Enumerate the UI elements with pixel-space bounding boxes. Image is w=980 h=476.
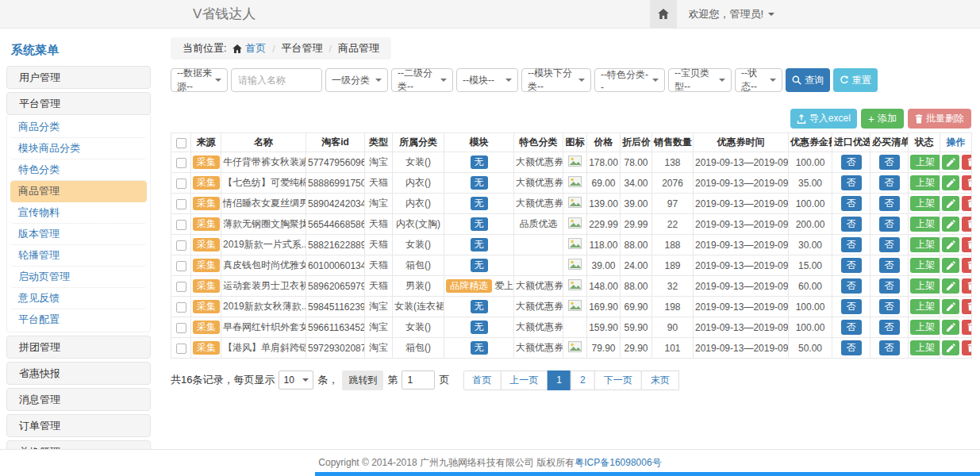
- row-checkbox[interactable]: [176, 302, 186, 313]
- icp-link[interactable]: 粤ICP备16098006号: [575, 456, 661, 470]
- row-checkbox[interactable]: [176, 178, 186, 189]
- import-select-toggle[interactable]: 否: [841, 258, 862, 273]
- must-buy-toggle[interactable]: 否: [879, 278, 900, 294]
- must-buy-toggle[interactable]: 否: [879, 155, 900, 170]
- row-checkbox[interactable]: [176, 323, 186, 333]
- status-badge[interactable]: 上架: [910, 299, 940, 314]
- import-select-toggle[interactable]: 否: [841, 278, 862, 294]
- must-buy-toggle[interactable]: 否: [879, 299, 900, 314]
- filter-select[interactable]: --模块--: [456, 68, 518, 92]
- sidebar-subitem[interactable]: 商品分类: [10, 117, 147, 138]
- must-buy-toggle[interactable]: 否: [879, 340, 900, 355]
- row-checkbox[interactable]: [176, 220, 186, 230]
- row-checkbox[interactable]: [176, 261, 186, 271]
- edit-button[interactable]: [942, 155, 959, 170]
- jump-page-input[interactable]: [402, 370, 435, 390]
- select-all-checkbox[interactable]: [176, 138, 186, 148]
- edit-button[interactable]: [942, 320, 959, 335]
- batch-delete-button[interactable]: 批量删除: [908, 109, 971, 129]
- status-badge[interactable]: 上架: [910, 155, 940, 170]
- sidebar-item-group[interactable]: 省惠快报: [6, 362, 151, 385]
- edit-button[interactable]: [942, 196, 959, 211]
- status-badge[interactable]: 上架: [910, 175, 940, 190]
- delete-button[interactable]: [962, 278, 972, 294]
- sidebar-subitem[interactable]: 商品管理: [10, 181, 147, 202]
- sidebar-item-group[interactable]: 订单管理: [6, 414, 151, 437]
- must-buy-toggle[interactable]: 否: [879, 258, 900, 273]
- edit-button[interactable]: [942, 217, 959, 232]
- import-select-toggle[interactable]: 否: [841, 299, 862, 314]
- page-button[interactable]: 上一页: [500, 370, 548, 390]
- name-search-input[interactable]: [231, 68, 322, 92]
- search-button[interactable]: 查询: [786, 68, 830, 92]
- import-select-toggle[interactable]: 否: [841, 175, 862, 190]
- import-excel-button[interactable]: 导入excel: [790, 109, 857, 129]
- delete-button[interactable]: [962, 155, 972, 170]
- sidebar-subitem[interactable]: 启动页管理: [10, 267, 147, 288]
- must-buy-toggle[interactable]: 否: [879, 196, 900, 211]
- filter-select[interactable]: --二级分类--: [391, 68, 453, 92]
- delete-button[interactable]: [962, 217, 972, 232]
- sidebar-item-platform-management[interactable]: 平台管理: [6, 92, 151, 115]
- filter-select-data-source[interactable]: --数据来源--: [171, 68, 228, 92]
- filter-select[interactable]: 一级分类: [325, 68, 388, 92]
- page-button[interactable]: 2: [571, 370, 595, 390]
- status-badge[interactable]: 上架: [910, 196, 940, 211]
- row-checkbox[interactable]: [176, 158, 186, 168]
- delete-button[interactable]: [962, 299, 972, 314]
- filter-select[interactable]: --模块下分类--: [521, 68, 591, 92]
- delete-button[interactable]: [962, 320, 972, 335]
- edit-button[interactable]: [942, 278, 959, 294]
- filter-select[interactable]: --宝贝类型--: [668, 68, 732, 92]
- status-badge[interactable]: 上架: [910, 278, 940, 294]
- sidebar-subitem[interactable]: 特色分类: [10, 159, 147, 181]
- import-select-toggle[interactable]: 否: [841, 237, 862, 252]
- sidebar-item-group[interactable]: 消息管理: [6, 388, 151, 411]
- sidebar-item-user-management[interactable]: 用户管理: [6, 66, 151, 89]
- breadcrumb-item[interactable]: 平台管理: [282, 41, 323, 56]
- sidebar-subitem[interactable]: 意见反馈: [10, 288, 147, 309]
- reset-button[interactable]: 重置: [833, 68, 878, 92]
- row-checkbox[interactable]: [176, 199, 186, 209]
- sidebar-subitem[interactable]: 平台配置: [10, 309, 147, 330]
- must-buy-toggle[interactable]: 否: [879, 175, 900, 190]
- import-select-toggle[interactable]: 否: [841, 155, 862, 170]
- status-badge[interactable]: 上架: [910, 237, 940, 252]
- status-badge[interactable]: 上架: [910, 217, 940, 232]
- jump-button[interactable]: 跳转到: [342, 370, 383, 390]
- edit-button[interactable]: [942, 340, 959, 355]
- home-button[interactable]: [650, 0, 677, 28]
- sidebar-subitem[interactable]: 模块商品分类: [10, 138, 147, 159]
- import-select-toggle[interactable]: 否: [841, 196, 862, 211]
- status-badge[interactable]: 上架: [910, 340, 940, 355]
- sidebar-subitem[interactable]: 宣传物料: [10, 202, 147, 224]
- must-buy-toggle[interactable]: 否: [879, 217, 900, 232]
- sidebar-subitem[interactable]: 版本管理: [10, 224, 147, 245]
- breadcrumb-home-link[interactable]: 首页: [245, 41, 266, 56]
- must-buy-toggle[interactable]: 否: [879, 237, 900, 252]
- delete-button[interactable]: [962, 196, 972, 211]
- page-button[interactable]: 末页: [641, 370, 679, 390]
- row-checkbox[interactable]: [176, 282, 186, 292]
- row-checkbox[interactable]: [176, 240, 186, 251]
- delete-button[interactable]: [962, 258, 972, 273]
- page-button[interactable]: 首页: [463, 370, 501, 390]
- page-button[interactable]: 下一页: [594, 370, 642, 390]
- user-dropdown[interactable]: 欢迎您，管理员!: [677, 7, 786, 21]
- per-page-select[interactable]: 10: [279, 370, 313, 390]
- edit-button[interactable]: [942, 237, 959, 252]
- filter-select[interactable]: --状态--: [735, 68, 782, 92]
- edit-button[interactable]: [942, 258, 959, 273]
- sidebar-subitem[interactable]: 轮播管理: [10, 245, 147, 267]
- status-badge[interactable]: 上架: [910, 258, 940, 273]
- status-badge[interactable]: 上架: [910, 320, 940, 335]
- delete-button[interactable]: [962, 237, 972, 252]
- edit-button[interactable]: [942, 175, 959, 190]
- add-button[interactable]: + 添加: [861, 109, 904, 129]
- delete-button[interactable]: [962, 340, 972, 355]
- sidebar-item-group[interactable]: 拼团管理: [6, 336, 151, 359]
- filter-select[interactable]: --特色分类--: [594, 68, 665, 92]
- import-select-toggle[interactable]: 否: [841, 340, 862, 355]
- delete-button[interactable]: [962, 175, 972, 190]
- page-button[interactable]: 1: [547, 370, 571, 390]
